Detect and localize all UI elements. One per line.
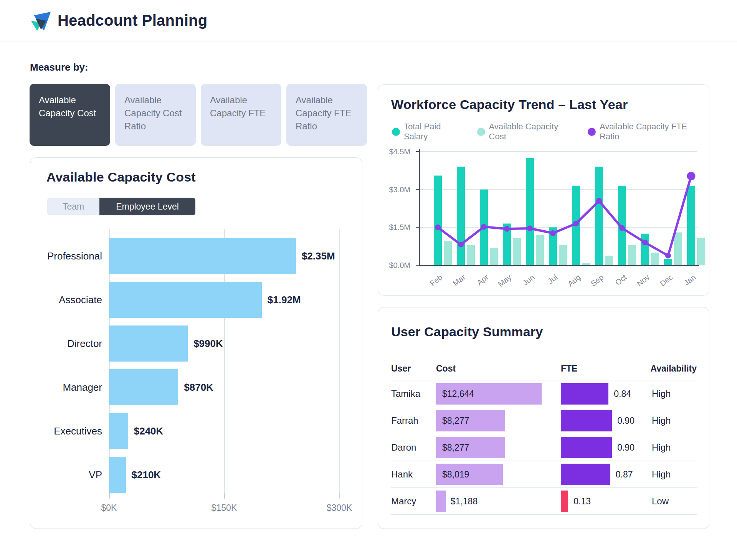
capacity-bar <box>109 457 126 493</box>
y-tick-label: $3.0M <box>389 185 410 194</box>
measure-option-4[interactable]: Available Capacity FTE Ratio <box>286 84 367 146</box>
app-logo-icon <box>30 10 51 31</box>
legend-label: Available Capacity Cost <box>489 122 578 142</box>
fte-bar <box>561 464 610 485</box>
salary-bar <box>664 259 672 265</box>
cost-value: $8,277 <box>442 434 469 461</box>
table-row: Tamika$12,6440.84High <box>391 380 697 407</box>
category-label: VP <box>46 457 102 493</box>
fte-ratio-point <box>619 225 625 231</box>
availability-badge: High <box>652 434 671 461</box>
month-label: Aug <box>566 273 582 288</box>
measure-option-1[interactable]: Available Capacity Cost <box>30 84 110 146</box>
capacity-cost-bar <box>559 245 567 265</box>
headcount-planning-dashboard: Headcount Planning Measure by: Available… <box>0 0 737 560</box>
month-label: Jun <box>521 273 536 287</box>
summary-table-rows: Tamika$12,6440.84HighFarrah$8,2770.90Hig… <box>391 380 697 515</box>
category-label: Associate <box>46 282 102 318</box>
value-label: $1.92M <box>268 282 301 318</box>
capacity-cost-bar <box>628 245 636 265</box>
value-label: $210K <box>132 457 161 493</box>
month-label: Dec <box>658 273 674 288</box>
capacity-card-title: Available Capacity Cost <box>46 170 196 185</box>
capacity-bar-row: Associate$1.92M <box>46 274 354 318</box>
user-name: Farrah <box>391 407 418 434</box>
availability-badge: Low <box>652 488 669 515</box>
fte-ratio-point <box>458 242 464 248</box>
legend-dot-icon <box>477 128 485 136</box>
legend-dot-icon <box>588 128 596 136</box>
page-title: Headcount Planning <box>58 0 207 41</box>
fte-bar <box>561 437 612 458</box>
capacity-bar-row: VP$210K <box>46 449 354 493</box>
salary-bar <box>687 186 695 265</box>
value-label: $870K <box>184 369 213 405</box>
user-name: Marcy <box>391 488 416 515</box>
legend-item-2[interactable]: Available Capacity Cost <box>477 122 578 142</box>
table-row: Daron$8,2770.90High <box>391 434 697 461</box>
fte-ratio-point <box>665 253 671 259</box>
x-tick <box>339 493 340 499</box>
measure-by-label: Measure by: <box>30 61 88 73</box>
value-label: $240K <box>134 413 164 449</box>
column-header-fte: FTE <box>561 363 577 374</box>
cost-bar <box>436 491 446 512</box>
salary-bar <box>526 158 534 265</box>
capacity-cost-bar <box>536 235 544 265</box>
category-label: Director <box>46 325 102 362</box>
availability-badge: High <box>652 380 671 407</box>
measure-option-2[interactable]: Available Capacity Cost Ratio <box>115 84 196 146</box>
month-label: Mar <box>451 273 467 288</box>
x-tick-label: $300K <box>316 503 362 513</box>
fte-ratio-point <box>596 198 602 204</box>
capacity-bar <box>109 325 188 362</box>
fte-ratio-point <box>687 172 696 180</box>
month-label: Apr <box>475 273 490 287</box>
legend-label: Available Capacity FTE Ratio <box>600 122 709 142</box>
x-tick-label: $150K <box>201 503 247 513</box>
month-label: Jul <box>546 273 559 286</box>
column-header-availability: Availability <box>650 363 697 374</box>
toggle-option-2[interactable]: Employee Level <box>99 198 195 215</box>
fte-ratio-point <box>435 225 441 230</box>
value-label: $2.35M <box>302 238 335 274</box>
legend-item-3[interactable]: Available Capacity FTE Ratio <box>588 122 709 142</box>
capacity-bar-row: Professional$2.35M <box>46 231 354 274</box>
legend-item-1[interactable]: Total Paid Salary <box>392 122 467 142</box>
capacity-cost-bar <box>605 256 613 265</box>
legend-label: Total Paid Salary <box>404 122 467 142</box>
fte-value: 0.13 <box>573 488 591 515</box>
toggle-option-1[interactable]: Team <box>47 198 99 215</box>
cost-value: $8,019 <box>442 461 469 488</box>
table-row: Hank$8,0190.87High <box>391 461 697 488</box>
fte-ratio-point <box>573 221 579 226</box>
fte-value: 0.90 <box>617 434 635 461</box>
category-label: Professional <box>46 238 102 274</box>
user-name: Tamika <box>391 380 420 407</box>
fte-value: 0.87 <box>616 461 633 488</box>
fte-value: 0.90 <box>617 407 635 434</box>
trend-card-title: Workforce Capacity Trend – Last Year <box>391 97 628 112</box>
capacity-cost-bar <box>467 245 475 265</box>
month-label: Oct <box>613 273 628 287</box>
column-header-cost: Cost <box>436 363 456 374</box>
capacity-bar-row: Executives$240K <box>46 406 354 449</box>
team-employee-toggle: TeamEmployee Level <box>47 198 195 215</box>
capacity-bar-chart: $0K$150K$300KProfessional$2.35MAssociate… <box>46 229 354 520</box>
summary-card-title: User Capacity Summary <box>391 324 543 339</box>
fte-bar <box>561 491 568 512</box>
fte-bar <box>561 410 612 431</box>
availability-badge: High <box>652 461 671 488</box>
fte-bar <box>561 383 608 405</box>
measure-option-3[interactable]: Available Capacity FTE <box>201 84 281 146</box>
fte-ratio-line <box>438 176 691 256</box>
fte-ratio-point <box>642 240 648 245</box>
capacity-cost-bar <box>490 248 498 265</box>
availability-badge: High <box>652 407 671 434</box>
capacity-bar <box>109 282 262 318</box>
value-label: $990K <box>193 325 223 362</box>
capacity-cost-bar <box>513 238 521 265</box>
app-header: Headcount Planning <box>0 0 737 41</box>
x-tick <box>109 493 110 499</box>
trend-legend: Total Paid SalaryAvailable Capacity Cost… <box>392 122 709 142</box>
